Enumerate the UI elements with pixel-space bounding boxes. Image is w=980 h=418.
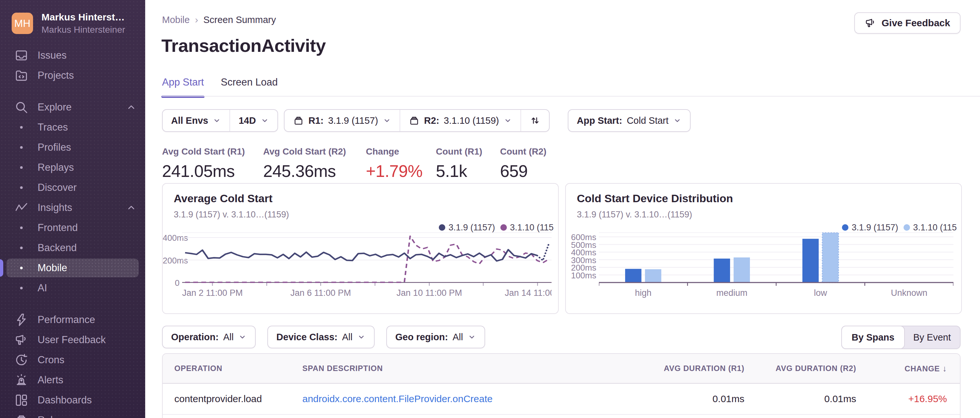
sidebar-item-label: Replays: [38, 162, 139, 173]
sidebar-item-insights[interactable]: Insights: [0, 198, 145, 218]
release-compare-group: R1: 3.1.9 (1157) R2: 3.1.10 (1159): [284, 109, 550, 132]
tab-screen-load[interactable]: Screen Load: [221, 76, 278, 91]
sidebar-item-label: Discover: [38, 182, 139, 194]
sidebar-item-label: Frontend: [38, 222, 139, 234]
sidebar-item-alerts[interactable]: Alerts: [0, 370, 145, 390]
y-tick-label: 600ms: [566, 232, 596, 242]
chart-subtitle: 3.1.9 (1157) v. 3.1.10…(1159): [174, 210, 289, 220]
sidebar-item-replays[interactable]: Replays: [0, 157, 145, 178]
metric-value: 659: [500, 161, 546, 181]
user-display-name: Markus Hinterst…: [41, 12, 125, 23]
sidebar-item-crons[interactable]: Crons: [0, 350, 145, 370]
x-category-label: high: [635, 288, 651, 298]
metric-avg-cold-start-r1-: Avg Cold Start (R1)241.05ms: [162, 146, 245, 181]
chevron-up-icon: [126, 202, 137, 213]
sidebar-item-label: Dashboards: [38, 394, 139, 406]
sidebar-item-label: Issues: [38, 49, 139, 61]
sidebar-item-discover[interactable]: Discover: [0, 178, 145, 198]
app-start-type-filter[interactable]: App Start: Cold Start: [568, 110, 690, 131]
metric-label: Avg Cold Start (R1): [162, 146, 245, 157]
user-full-name: Markus Hintersteiner: [41, 25, 125, 35]
give-feedback-button[interactable]: Give Feedback: [854, 12, 961, 34]
device-class-value: All: [342, 332, 352, 342]
chart-title: Cold Start Device Distribution: [577, 192, 733, 205]
release-r1-selector[interactable]: R1: 3.1.9 (1157): [285, 110, 399, 131]
sidebar-item-projects[interactable]: Projects: [0, 65, 145, 86]
column-header-change[interactable]: CHANGE ↓: [869, 354, 960, 383]
breadcrumb-parent[interactable]: Mobile: [162, 14, 189, 25]
metric-label: Avg Cold Start (R2): [263, 146, 346, 157]
y-tick-label: 0: [163, 278, 180, 288]
cell-span-description-link[interactable]: androidx.core.content.FileProvider.onCre…: [291, 383, 655, 415]
sidebar-item-explore[interactable]: Explore: [0, 97, 145, 117]
by-event-segment[interactable]: By Event: [904, 326, 960, 348]
y-axis-labels: 0200ms400ms: [163, 184, 180, 313]
sidebar-item-label: Profiles: [38, 141, 139, 153]
sidebar-item-performance[interactable]: Performance: [0, 310, 145, 330]
chevron-down-icon: [238, 333, 247, 341]
bullet-icon: [14, 220, 29, 235]
sidebar-item-profiles[interactable]: Profiles: [0, 137, 145, 157]
chevron-down-icon: [261, 116, 269, 125]
inbox-icon: [14, 48, 29, 63]
sidebar-item-traces[interactable]: Traces: [0, 117, 145, 137]
legend-label: 3.1.9 (1157): [852, 223, 898, 233]
tab-app-start[interactable]: App Start: [162, 76, 204, 91]
column-header-span-description[interactable]: SPAN DESCRIPTION: [291, 354, 655, 383]
sidebar-item-issues[interactable]: Issues: [0, 45, 145, 65]
column-header-operation[interactable]: OPERATION: [163, 354, 291, 383]
metric-value: 245.36ms: [263, 161, 346, 181]
geo-region-filter-group: Geo region: All: [386, 326, 485, 348]
date-range-filter[interactable]: 14D: [229, 110, 277, 131]
bullet-icon: [14, 260, 29, 276]
chart-legend: 3.1.9 (1157)3.1.10 (1159): [842, 222, 957, 233]
legend-label: 3.1.10 (1159): [913, 223, 957, 233]
sidebar-item-dashboards[interactable]: Dashboards: [0, 390, 145, 410]
column-header-avg-duration-r2-[interactable]: AVG DURATION (R2): [757, 354, 869, 383]
sidebar-item-label: Mobile: [38, 262, 139, 274]
date-range-label: 14D: [239, 115, 256, 126]
release-r2-selector[interactable]: R2: 3.1.10 (1159): [399, 110, 520, 131]
y-axis-labels: 100ms200ms300ms400ms500ms600ms: [566, 184, 596, 313]
tabs: App Start Screen Load: [162, 76, 278, 91]
lightning-icon: [14, 312, 29, 327]
legend-item[interactable]: 3.1.9 (1157): [439, 223, 495, 233]
swap-releases-button[interactable]: [520, 110, 549, 131]
sidebar-item-mobile[interactable]: Mobile: [0, 258, 145, 278]
y-tick-label: 200ms: [163, 256, 180, 266]
column-header-avg-duration-r1-[interactable]: AVG DURATION (R1): [655, 354, 757, 383]
releases-icon: [14, 413, 29, 418]
user-menu[interactable]: MH Markus Hinterst… Markus Hintersteiner: [12, 12, 138, 35]
sidebar-item-releases[interactable]: Releases: [0, 410, 145, 418]
app-start-value: Cold Start: [627, 115, 668, 126]
env-date-filter-group: All Envs 14D: [162, 109, 278, 132]
geo-region-label: Geo region:: [395, 332, 448, 342]
sidebar-item-ai[interactable]: AI: [0, 278, 145, 298]
r1-value: 3.1.9 (1157): [328, 115, 378, 126]
operation-filter[interactable]: Operation: All: [163, 326, 255, 348]
x-axis-labels: Jan 2 11:00 PMJan 6 11:00 PMJan 10 11:00…: [182, 288, 552, 299]
sidebar-item-label: User Feedback: [38, 334, 139, 346]
megaphone-icon: [14, 332, 29, 348]
legend-item[interactable]: 3.1.10 (1159): [500, 223, 554, 233]
legend-item[interactable]: 3.1.9 (1157): [842, 223, 898, 233]
chevron-down-icon: [357, 333, 366, 341]
app-start-type-group: App Start: Cold Start: [568, 109, 690, 132]
legend-item[interactable]: 3.1.10 (1159): [904, 223, 957, 233]
x-tick-label: Jan 6 11:00 PM: [290, 288, 351, 298]
release-icon: [409, 115, 420, 126]
app-start-label: App Start:: [577, 115, 622, 126]
bullet-icon: [14, 180, 29, 195]
table-row[interactable]: contentprovider.loadandroidx.core.conten…: [163, 383, 960, 415]
by-spans-segment[interactable]: By Spans: [841, 326, 905, 349]
geo-region-filter[interactable]: Geo region: All: [387, 326, 485, 348]
sidebar-item-backend[interactable]: Backend: [0, 238, 145, 258]
sidebar-item-frontend[interactable]: Frontend: [0, 218, 145, 238]
chevron-down-icon: [673, 116, 681, 125]
y-tick-label: 400ms: [163, 233, 180, 243]
sort-desc-icon: ↓: [940, 364, 947, 373]
environment-filter[interactable]: All Envs: [163, 110, 229, 131]
breadcrumb: Mobile › Screen Summary: [162, 14, 276, 25]
sidebar-item-user-feedback[interactable]: User Feedback: [0, 330, 145, 350]
device-class-filter[interactable]: Device Class: All: [268, 326, 374, 348]
